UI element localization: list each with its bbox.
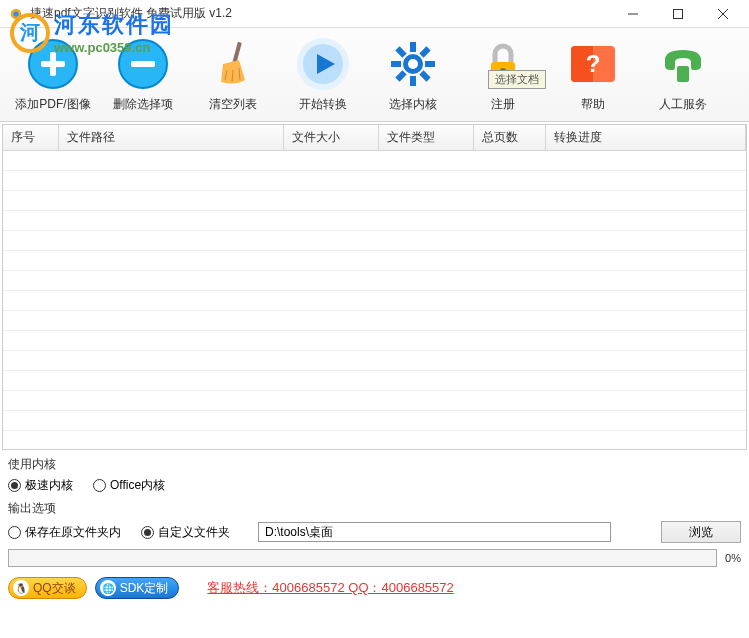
clear-button[interactable]: 清空列表 — [188, 32, 278, 117]
svg-rect-32 — [677, 66, 689, 82]
col-index[interactable]: 序号 — [3, 125, 58, 151]
kernel-section: 使用内核 极速内核 Office内核 — [8, 456, 741, 494]
play-icon — [295, 36, 351, 92]
col-size[interactable]: 文件大小 — [283, 125, 378, 151]
svg-rect-22 — [391, 61, 401, 67]
svg-text:?: ? — [586, 50, 601, 77]
help-button[interactable]: ? 帮助 — [548, 32, 638, 117]
sdk-button[interactable]: 🌐 SDK定制 — [95, 577, 180, 599]
svg-rect-3 — [673, 9, 682, 18]
table-row — [3, 291, 746, 311]
add-icon — [25, 36, 81, 92]
table-row — [3, 371, 746, 391]
gear-icon — [385, 36, 441, 92]
table-row — [3, 231, 746, 251]
col-type[interactable]: 文件类型 — [378, 125, 473, 151]
table-row — [3, 151, 746, 171]
radio-icon — [8, 479, 21, 492]
kernel-office-radio[interactable]: Office内核 — [93, 477, 165, 494]
table-row — [3, 211, 746, 231]
table-row — [3, 391, 746, 411]
delete-button[interactable]: 删除选择项 — [98, 32, 188, 117]
browse-button[interactable]: 浏览 — [661, 521, 741, 543]
table-row — [3, 351, 746, 371]
svg-rect-26 — [395, 46, 406, 57]
table-row — [3, 311, 746, 331]
toolbar: 添加PDF/图像 删除选择项 清空列表 开始转换 选择内核 注册 选择文档 ? — [0, 28, 749, 122]
file-table[interactable]: 序号 文件路径 文件大小 文件类型 总页数 转换进度 — [2, 124, 747, 450]
output-title: 输出选项 — [8, 500, 741, 517]
radio-icon — [8, 526, 21, 539]
table-row — [3, 171, 746, 191]
radio-icon — [93, 479, 106, 492]
output-same-radio[interactable]: 保存在原文件夹内 — [8, 524, 121, 541]
qq-icon: 🐧 — [13, 580, 29, 596]
footer: 🐧 QQ交谈 🌐 SDK定制 客服热线：4006685572 QQ：400668… — [0, 573, 749, 607]
globe-icon: 🌐 — [100, 580, 116, 596]
progress-row: 0% — [8, 549, 741, 567]
svg-rect-25 — [395, 70, 406, 81]
table-row — [3, 191, 746, 211]
register-button[interactable]: 注册 选择文档 — [458, 32, 548, 117]
add-pdf-button[interactable]: 添加PDF/图像 — [8, 32, 98, 117]
delete-icon — [115, 36, 171, 92]
help-icon: ? — [565, 36, 621, 92]
radio-icon — [141, 526, 154, 539]
output-section: 输出选项 保存在原文件夹内 自定义文件夹 浏览 — [8, 500, 741, 543]
phone-icon — [655, 36, 711, 92]
window-title: 捷速pdf文字识别软件 免费试用版 v1.2 — [30, 5, 610, 22]
svg-rect-24 — [419, 46, 430, 57]
progress-bar — [8, 549, 717, 567]
broom-icon — [205, 36, 261, 92]
support-button[interactable]: 人工服务 — [638, 32, 728, 117]
col-pages[interactable]: 总页数 — [473, 125, 545, 151]
output-path-input[interactable] — [258, 522, 611, 542]
maximize-button[interactable] — [655, 0, 700, 28]
minimize-button[interactable] — [610, 0, 655, 28]
svg-point-28 — [408, 59, 418, 69]
app-icon — [8, 6, 24, 22]
select-kernel-button[interactable]: 选择内核 — [368, 32, 458, 117]
kernel-fast-radio[interactable]: 极速内核 — [8, 477, 73, 494]
svg-rect-12 — [131, 61, 155, 67]
titlebar: 捷速pdf文字识别软件 免费试用版 v1.2 — [0, 0, 749, 28]
col-path[interactable]: 文件路径 — [58, 125, 283, 151]
output-custom-radio[interactable]: 自定义文件夹 — [141, 524, 230, 541]
start-button[interactable]: 开始转换 — [278, 32, 368, 117]
svg-rect-21 — [410, 76, 416, 86]
table-row — [3, 331, 746, 351]
table-row — [3, 411, 746, 431]
svg-rect-9 — [41, 61, 65, 67]
hotline-text[interactable]: 客服热线：4006685572 QQ：4006685572 — [207, 579, 453, 597]
kernel-title: 使用内核 — [8, 456, 741, 473]
qq-chat-button[interactable]: 🐧 QQ交谈 — [8, 577, 87, 599]
table-row — [3, 271, 746, 291]
svg-point-1 — [13, 11, 18, 16]
svg-rect-23 — [425, 61, 435, 67]
table-row — [3, 251, 746, 271]
svg-rect-20 — [410, 42, 416, 52]
col-progress[interactable]: 转换进度 — [545, 125, 746, 151]
svg-rect-27 — [419, 70, 430, 81]
tooltip: 选择文档 — [488, 70, 546, 89]
close-button[interactable] — [700, 0, 745, 28]
progress-percent: 0% — [721, 552, 741, 564]
